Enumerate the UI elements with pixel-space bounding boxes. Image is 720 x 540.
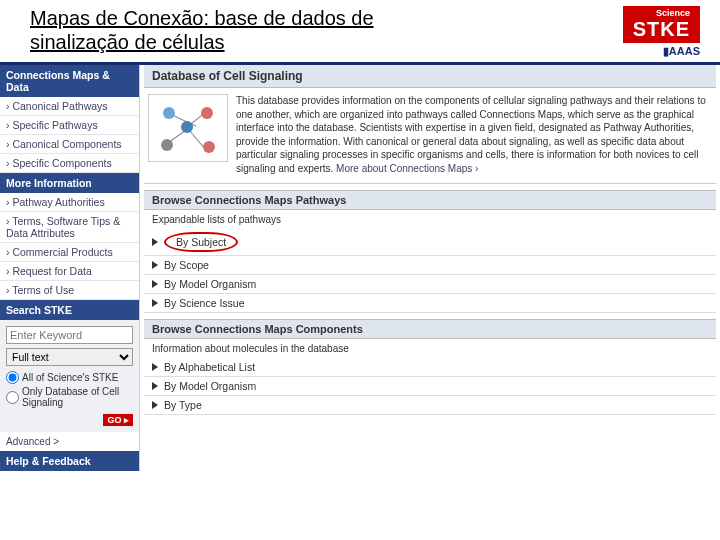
components-head: Browse Connections Maps Components [144, 319, 716, 339]
more-link[interactable]: More about Connections Maps › [336, 163, 478, 174]
pathways-head: Browse Connections Maps Pathways [144, 190, 716, 210]
sidebar-head-more: More Information [0, 173, 139, 193]
radio-only-db[interactable]: Only Database of Cell Signaling [6, 385, 133, 409]
components-sub: Information about molecules in the datab… [144, 339, 716, 358]
expand-by-alpha[interactable]: By Alphabetical List [144, 358, 716, 377]
advanced-link[interactable]: Advanced > [0, 432, 139, 451]
sidebar-item-terms-tips[interactable]: Terms, Software Tips & Data Attributes [0, 212, 139, 243]
sidebar-item-request-data[interactable]: Request for Data [0, 262, 139, 281]
expand-by-science-issue[interactable]: By Science Issue [144, 294, 716, 313]
chevron-right-icon [152, 238, 158, 246]
expand-by-subject[interactable]: By Subject [144, 229, 716, 256]
description-text: This database provides information on th… [236, 94, 712, 175]
stke-logo: Science STKE [623, 6, 700, 43]
expand-by-model-organism[interactable]: By Model Organism [144, 275, 716, 294]
sidebar-head-maps: Connections Maps & Data [0, 65, 139, 97]
network-graph-icon [148, 94, 228, 162]
chevron-right-icon [152, 280, 158, 288]
sidebar-head-help: Help & Feedback [0, 451, 139, 471]
expand-by-type[interactable]: By Type [144, 396, 716, 415]
radio-all-stke[interactable]: All of Science's STKE [6, 370, 133, 385]
sidebar-item-authorities[interactable]: Pathway Authorities [0, 193, 139, 212]
chevron-right-icon [152, 363, 158, 371]
sidebar-item-commercial[interactable]: Commercial Products [0, 243, 139, 262]
chevron-right-icon [152, 401, 158, 409]
logo-block: Science STKE ▮AAAS [623, 6, 700, 58]
go-button[interactable]: GO ▸ [103, 414, 133, 426]
search-box: Full text All of Science's STKE Only Dat… [0, 320, 139, 432]
sidebar-item-specific-pathways[interactable]: Specific Pathways [0, 116, 139, 135]
page-title: Mapas de Conexão: base de dados de sinal… [30, 6, 460, 54]
expand-by-model-organism-2[interactable]: By Model Organism [144, 377, 716, 396]
sidebar-item-specific-components[interactable]: Specific Components [0, 154, 139, 173]
chevron-right-icon [152, 261, 158, 269]
content-area: Connections Maps & Data Canonical Pathwa… [0, 65, 720, 471]
sidebar-item-canonical-components[interactable]: Canonical Components [0, 135, 139, 154]
search-scope-select[interactable]: Full text [6, 348, 133, 366]
sidebar-item-canonical-pathways[interactable]: Canonical Pathways [0, 97, 139, 116]
main-panel: Database of Cell Signaling This database… [140, 65, 720, 471]
sidebar-head-search: Search STKE [0, 300, 139, 320]
chevron-right-icon [152, 299, 158, 307]
chevron-right-icon [152, 382, 158, 390]
main-title: Database of Cell Signaling [144, 65, 716, 88]
pathways-sub: Expandable lists of pathways [144, 210, 716, 229]
sidebar-item-terms-use[interactable]: Terms of Use [0, 281, 139, 300]
sidebar: Connections Maps & Data Canonical Pathwa… [0, 65, 140, 471]
description-block: This database provides information on th… [144, 88, 716, 184]
slide-header: Mapas de Conexão: base de dados de sinal… [0, 0, 720, 65]
aaas-logo: ▮AAAS [623, 45, 700, 58]
search-input[interactable] [6, 326, 133, 344]
expand-by-scope[interactable]: By Scope [144, 256, 716, 275]
